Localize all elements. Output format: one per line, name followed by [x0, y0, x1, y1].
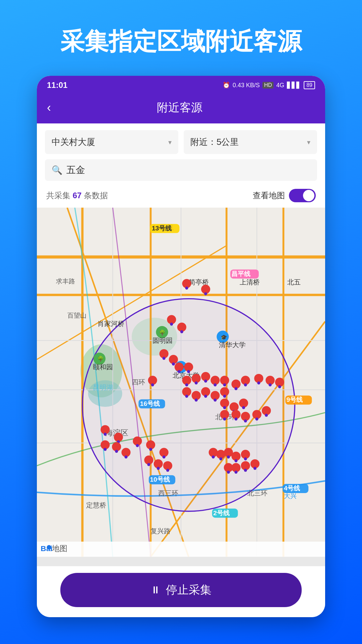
svg-text:圆明园: 圆明园: [153, 337, 173, 344]
svg-text:定慧桥: 定慧桥: [86, 501, 106, 509]
status-time: 11:01: [47, 80, 67, 90]
svg-point-108: [278, 385, 281, 388]
svg-point-62: [185, 287, 188, 290]
svg-point-144: [157, 467, 160, 470]
svg-text:🌳: 🌳: [97, 356, 104, 362]
nav-title: 附近客源: [58, 100, 302, 115]
background-title: 采集指定区域附近客源: [47, 0, 315, 76]
clock-icon: ⏰: [223, 82, 230, 89]
svg-point-100: [235, 387, 238, 390]
map-toggle-area: 查看地图: [253, 189, 316, 202]
stats-count: 67: [73, 191, 82, 200]
svg-point-156: [244, 458, 247, 461]
svg-point-70: [163, 357, 166, 360]
svg-text:🌳: 🌳: [159, 329, 166, 336]
svg-point-122: [255, 418, 258, 421]
svg-point-106: [268, 383, 272, 386]
svg-point-136: [136, 444, 139, 447]
svg-point-64: [204, 292, 207, 296]
svg-point-142: [147, 463, 150, 466]
svg-point-98: [223, 395, 226, 398]
svg-point-160: [235, 471, 238, 474]
svg-point-158: [227, 471, 230, 474]
svg-text:颐和园: 颐和园: [93, 363, 113, 371]
svg-text:大兴: 大兴: [284, 492, 297, 499]
svg-text:北三环: 北三环: [247, 489, 267, 497]
bottom-bar: ⏸ 停止采集: [37, 566, 325, 617]
svg-text:昆明湖: 昆明湖: [93, 384, 113, 391]
map-container: 13号线 13号线 昌平线 16号线 10号线 4号线 大兴 2号线 简亭桥 上…: [37, 208, 325, 566]
svg-point-88: [223, 383, 226, 386]
svg-point-120: [244, 420, 247, 423]
svg-point-84: [204, 380, 207, 383]
stats-row: 共采集 67 条数据 查看地图: [45, 186, 317, 208]
svg-point-167: [47, 545, 51, 550]
svg-text:上清桥: 上清桥: [240, 278, 260, 286]
signal-bars: ▋▋▋: [287, 82, 301, 89]
speed-display: 0.43 KB/S: [233, 82, 260, 89]
dropdowns-row: 中关村大厦 ▾ 附近：5公里 ▾: [45, 130, 317, 154]
svg-point-118: [235, 418, 238, 421]
map-svg: 13号线 13号线 昌平线 16号线 10号线 4号线 大兴 2号线 简亭桥 上…: [37, 208, 325, 557]
svg-point-130: [104, 448, 107, 451]
svg-point-102: [244, 383, 247, 386]
svg-text:肖家河桥: 肖家河桥: [98, 320, 124, 327]
svg-text:10号线: 10号线: [150, 476, 170, 483]
back-button[interactable]: ‹: [47, 101, 51, 115]
svg-point-96: [214, 399, 217, 402]
controls-area: 中关村大厦 ▾ 附近：5公里 ▾ 🔍 共采集 67 条数据: [37, 123, 325, 208]
svg-text:西三环: 西三环: [158, 489, 178, 497]
svg-text:4号线: 4号线: [284, 485, 301, 492]
pause-icon: ⏸: [150, 584, 161, 596]
svg-point-72: [172, 363, 175, 366]
svg-text:百望山: 百望山: [67, 312, 86, 319]
svg-point-86: [214, 383, 217, 386]
search-icon: 🔍: [52, 165, 62, 175]
svg-point-68: [180, 330, 183, 333]
svg-text:简亭桥: 简亭桥: [189, 278, 209, 286]
svg-rect-165: [37, 542, 325, 557]
svg-point-114: [242, 406, 245, 409]
svg-point-126: [104, 433, 107, 436]
svg-point-124: [265, 414, 268, 417]
svg-point-164: [253, 467, 256, 470]
svg-text:2号线: 2号线: [213, 509, 230, 517]
svg-point-152: [227, 455, 230, 459]
svg-text:四环: 四环: [132, 379, 145, 386]
svg-point-104: [257, 382, 260, 385]
svg-point-90: [185, 395, 188, 398]
svg-point-76: [187, 370, 190, 373]
search-bar: 🔍: [45, 159, 317, 181]
nav-bar: ‹ 附近客源: [37, 95, 325, 123]
range-dropdown[interactable]: 附近：5公里 ▾: [184, 130, 317, 154]
svg-text:复兴路: 复兴路: [150, 527, 171, 535]
svg-point-66: [170, 323, 173, 326]
map-toggle-label: 查看地图: [253, 190, 285, 201]
svg-point-140: [163, 455, 166, 459]
svg-point-82: [195, 382, 198, 385]
stop-collection-button[interactable]: ⏸ 停止采集: [60, 573, 302, 607]
svg-point-132: [115, 450, 118, 453]
svg-point-18: [82, 299, 295, 512]
hd-badge: HD: [262, 82, 274, 89]
svg-point-134: [124, 455, 127, 459]
toggle-switch[interactable]: [289, 189, 316, 202]
svg-point-78: [151, 383, 154, 386]
chevron-down-icon: ▾: [307, 138, 310, 146]
svg-text:16号线: 16号线: [140, 400, 160, 407]
svg-text:昌平线: 昌平线: [231, 270, 251, 277]
location-dropdown[interactable]: 中关村大厦 ▾: [45, 130, 178, 154]
search-input[interactable]: [66, 165, 310, 175]
svg-point-150: [219, 458, 222, 461]
svg-point-94: [204, 395, 207, 398]
svg-text:求丰路: 求丰路: [56, 278, 75, 285]
svg-text:9号线: 9号线: [287, 396, 303, 404]
page-wrapper: 采集指定区域附近客源 11:01 ⏰ 0.43 KB/S HD 4G ▋▋▋ 8…: [0, 0, 362, 644]
svg-text:地图: 地图: [52, 544, 67, 553]
svg-point-116: [223, 418, 226, 421]
svg-point-138: [149, 448, 152, 451]
svg-text:🎓: 🎓: [221, 334, 227, 340]
phone-frame: 11:01 ⏰ 0.43 KB/S HD 4G ▋▋▋ 89 ‹ 附近客源: [37, 76, 325, 617]
svg-point-80: [185, 383, 188, 386]
svg-point-92: [195, 399, 198, 402]
